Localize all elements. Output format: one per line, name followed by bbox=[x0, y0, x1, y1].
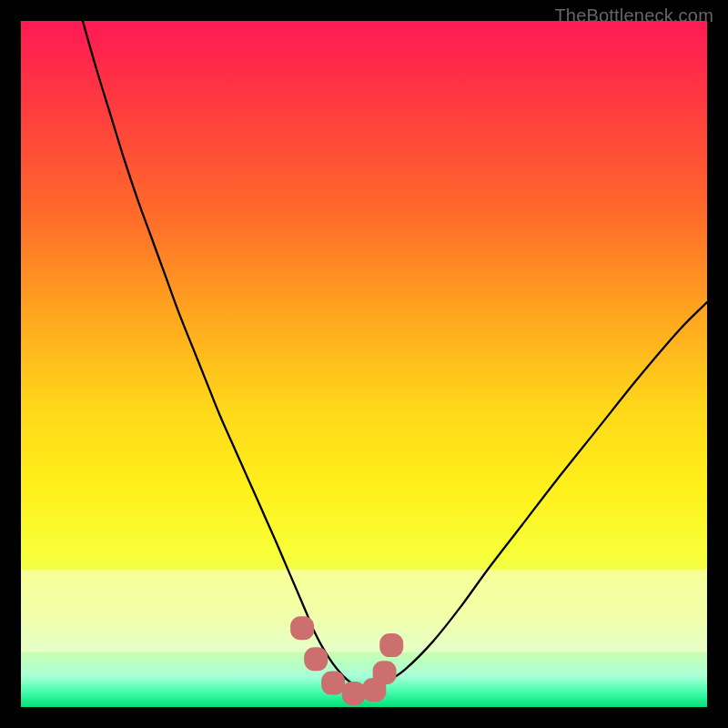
optimal-zone-marker-point bbox=[321, 672, 345, 695]
optimal-zone-marker-point bbox=[342, 682, 366, 705]
optimal-zone-marker-point bbox=[304, 647, 328, 671]
watermark-text: TheBottleneck.com bbox=[554, 5, 713, 26]
pale-band bbox=[21, 570, 707, 652]
optimal-zone-marker-point bbox=[373, 661, 397, 684]
optimal-zone-marker-point bbox=[290, 616, 314, 640]
optimal-zone-marker-point bbox=[379, 633, 403, 657]
figure-frame: TheBottleneck.com bbox=[0, 0, 728, 728]
chart-svg bbox=[21, 21, 707, 707]
plot-area bbox=[21, 21, 707, 707]
